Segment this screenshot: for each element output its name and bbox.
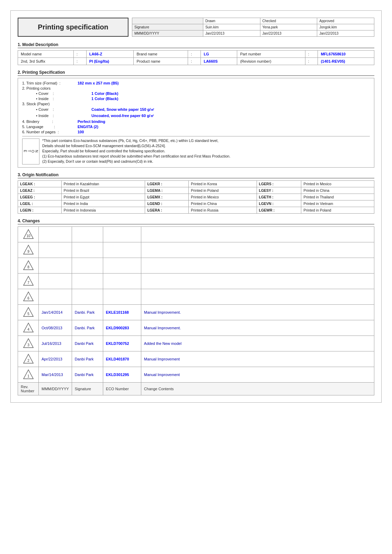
change-row-2: 2 Apr/22/2013 Danbi Park EKLD401870 Manu… [18,351,374,367]
rev-7: 7 [18,274,39,289]
spec-pages: 6. Number of pages : 100 [22,130,370,134]
sig-6 [72,289,103,305]
colon6: : [305,58,318,65]
rev-triangle-icon-5: 5 [23,307,34,317]
rev-4: 4 [18,320,39,336]
lgema-text: Printed in Poland [189,187,257,194]
brand-name-label: Brand name [134,51,188,58]
part-number-label: Part number [237,51,305,58]
origin-row-2: LGEAZ : Printed in Brazil LGEMA : Printe… [18,187,374,194]
spec-box: 1. Trim size (Format) : 182 mm x 257 mm … [18,78,374,168]
approval-checked-label: Checked [260,18,317,24]
lgevn-text: Printed in Vietnam [301,200,374,207]
note-section: N O T E *This part contains Eco-hazardou… [22,136,370,164]
cover-paper-label: • Cover : [36,107,91,111]
date-4: Oct/08/2013 [39,320,72,336]
change-7 [141,274,374,289]
lgeeg-text: Printed in Egypt [61,194,145,200]
language-value: ENG/ITA (2) [78,125,98,129]
origin-row-4: LGEIL : Printed in India LGEND : Printed… [18,200,374,207]
lgeth-code: LGETH : [257,194,301,200]
inside-color-label: • Inside : [36,97,91,101]
section1-title: 1. Model Description [18,42,374,48]
eco-header: ECO Number [103,383,141,395]
lgera-text: Printed in Russia [189,207,257,214]
stock-label: 3. Stock (Paper) [22,102,78,106]
main-page: Printing specification Drawn Checked App… [10,10,382,403]
svg-text:6: 6 [27,296,29,300]
language-label: 5. Language : [22,125,78,129]
approved-signature: Jongok.kim [317,24,374,30]
spec-bindery: 4. Bindery : Perfect binding [22,119,370,124]
sig-4: Danbi. Park [72,320,103,336]
note-line-3: Especially, Part should be followed and … [42,149,370,153]
section2-title: 2. Printing Specification [18,70,374,76]
change-9 [141,242,374,258]
spec-colors: 2. Printing colors [22,86,370,90]
spec-inside-paper: • Inside : Uncoated, wood-free paper 60 … [36,113,370,118]
change-row-8: 8 [18,258,374,274]
note-o: O [31,150,35,153]
revision-value: (1401-REV05) [318,58,374,65]
trim-label: 1. Trim size (Format) : [22,81,78,85]
product-name-value: LA660S [201,58,237,65]
model-description-table: Model name : LA66-Z Brand name : LG Part… [18,50,374,65]
rev-9: 9 [18,242,39,258]
note-line-5: (2) Especially, Don't use or contain lea… [42,159,370,163]
change-row-4: 4 Oct/08/2013 Danbi. Park EKLD900283 Man… [18,320,374,336]
inside-paper-value: Uncoated, wood-free paper 60 g/㎡ [91,113,154,118]
part-number-value: MFL67658610 [318,51,374,58]
colors-label: 2. Printing colors [22,86,78,90]
spec-stock: 3. Stock (Paper) [22,102,370,106]
date-10 [39,227,72,242]
change-row-7: 7 [18,274,374,289]
lgewr-text: Printed in Poland [301,207,374,214]
svg-text:10: 10 [26,234,30,238]
change-10 [141,227,374,242]
svg-text:1: 1 [27,374,29,378]
bindery-label: 4. Bindery : [22,119,78,124]
trim-value: 182 mm x 257 mm (B5) [78,81,119,85]
date-6 [39,289,72,305]
date-header: MMM/DD/YYYY [39,383,72,395]
eco-1: EKLD301295 [103,367,141,383]
approval-approved-label: Approved [317,18,374,24]
approved-date: Jan/22/2013 [317,30,374,37]
inside-paper-label: • Inside : [36,114,91,118]
colon3: : [305,51,318,58]
lgers-text: Printed in Mexico [301,181,374,187]
section3-title: 3. Origin Notification [18,172,374,178]
origin-row-5: LGEIN : Printed in Indonesia LGERA : Pri… [18,207,374,214]
lgeak-text: Printed in Kazakhstan [61,181,145,187]
svg-text:4: 4 [27,328,29,331]
lgeaz-code: LGEAZ : [18,187,62,194]
origin-table: LGEAK : Printed in Kazakhstan LGEKR : Pr… [18,180,374,214]
sig-5: Danbi. Park [72,305,103,320]
cover-paper-value: Coated, Snow white paper 150 g/㎡ [91,107,154,112]
header: Printing specification Drawn Checked App… [18,18,374,37]
lgesy-code: LGESY : [257,187,301,194]
note-line-1: *This part contains Eco-hazardous substa… [42,138,370,143]
origin-row-1: LGEAK : Printed in Kazakhstan LGEKR : Pr… [18,181,374,187]
checked-date: Jan/22/2013 [260,30,317,37]
drawn-signature: Suin.kim [203,24,260,30]
lgema-code: LGEMA : [145,187,189,194]
spec-cover-paper: • Cover : Coated, Snow white paper 150 g… [36,107,370,112]
spec-cover-color: • Cover : 1 Color (Black) [36,91,370,96]
approval-table: Drawn Checked Approved Signature Suin.ki… [132,18,374,37]
rev-header: Rev. Number [18,383,39,395]
date-7 [39,274,72,289]
inside-color-value: 1 Color (Black) [91,97,118,101]
drawn-date: Jan/22/2013 [203,30,260,37]
eco-9 [103,242,141,258]
lgeaz-text: Printed in Brazil [61,187,145,194]
note-line-4: (1) Eco-hazardous substances test report… [42,154,370,158]
lgevn-code: LGEVN : [257,200,301,207]
change-6 [141,289,374,305]
lgers-code: LGERS : [257,181,301,187]
date-3: Jul/16/2013 [39,336,72,351]
note-e: E [23,150,27,153]
cover-color-value: 1 Color (Black) [91,91,118,96]
change-row-1: 1 Mar/14/2013 Danbi Park EKLD301295 Manu… [18,367,374,383]
rev-triangle-icon-6: 6 [23,291,34,302]
